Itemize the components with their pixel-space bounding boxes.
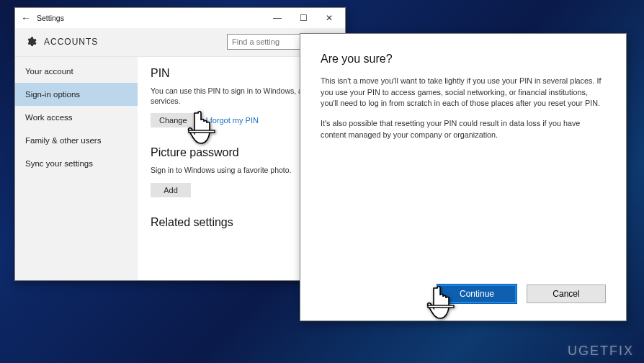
dialog-text-2: It's also possible that resetting your P… bbox=[321, 118, 606, 140]
sidebar-item-sign-in-options[interactable]: Sign-in options bbox=[15, 83, 138, 106]
change-pin-button[interactable]: Change bbox=[151, 113, 196, 127]
forgot-pin-link[interactable]: I forgot my PIN bbox=[206, 116, 259, 125]
window-titlebar: ← Settings — ☐ ✕ bbox=[15, 8, 345, 28]
maximize-icon[interactable]: ☐ bbox=[290, 9, 316, 27]
settings-body: Your account Sign-in options Work access… bbox=[15, 57, 345, 280]
sidebar-item-sync-settings[interactable]: Sync your settings bbox=[15, 152, 138, 175]
sidebar: Your account Sign-in options Work access… bbox=[15, 57, 138, 280]
close-icon[interactable]: ✕ bbox=[316, 9, 342, 27]
sidebar-item-your-account[interactable]: Your account bbox=[15, 60, 138, 83]
dialog-actions: Continue Cancel bbox=[321, 284, 606, 306]
minimize-icon[interactable]: — bbox=[264, 9, 290, 27]
sidebar-item-family-other-users[interactable]: Family & other users bbox=[15, 129, 138, 152]
cancel-button[interactable]: Cancel bbox=[527, 284, 606, 303]
dialog-title: Are you sure? bbox=[321, 53, 606, 66]
continue-button[interactable]: Continue bbox=[437, 284, 516, 303]
window-controls: — ☐ ✕ bbox=[264, 9, 342, 27]
add-picture-password-button[interactable]: Add bbox=[151, 183, 191, 197]
dialog-text-1: This isn't a move you'll want to take li… bbox=[321, 76, 606, 109]
settings-window: ← Settings — ☐ ✕ ACCOUNTS Your account S… bbox=[14, 7, 346, 281]
back-icon[interactable]: ← bbox=[18, 12, 34, 24]
page-title: ACCOUNTS bbox=[44, 37, 98, 47]
gear-icon bbox=[25, 36, 37, 48]
watermark: UGETFIX bbox=[568, 344, 634, 359]
settings-header: ACCOUNTS bbox=[15, 28, 345, 57]
window-title: Settings bbox=[37, 14, 64, 22]
confirm-dialog: Are you sure? This isn't a move you'll w… bbox=[300, 33, 627, 321]
sidebar-item-work-access[interactable]: Work access bbox=[15, 106, 138, 129]
